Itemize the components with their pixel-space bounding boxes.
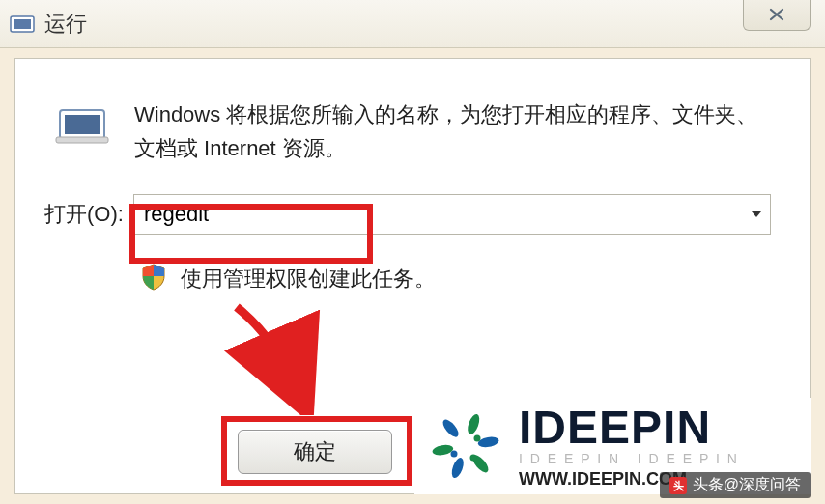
svg-point-10 [441, 417, 462, 439]
close-icon [768, 8, 785, 21]
run-app-icon [10, 14, 35, 35]
brand-name: IDEEPIN [519, 404, 739, 452]
svg-point-6 [477, 435, 499, 449]
svg-rect-3 [65, 115, 100, 134]
window-title: 运行 [44, 10, 87, 39]
svg-point-12 [451, 451, 458, 458]
toutiao-icon: 头 [669, 477, 687, 494]
open-combobox[interactable] [133, 194, 771, 235]
svg-point-13 [470, 455, 477, 462]
ideepin-logo-icon [424, 405, 507, 488]
svg-rect-4 [56, 137, 108, 143]
open-input[interactable] [133, 194, 771, 235]
svg-point-5 [466, 412, 482, 435]
brand-sub: I D E E P I N I D E E P I N [519, 452, 739, 466]
open-label: 打开(O): [44, 200, 124, 229]
run-dialog-icon [54, 102, 110, 165]
svg-point-11 [474, 435, 481, 442]
title-bar: 运行 [0, 0, 825, 48]
svg-text:头: 头 [672, 480, 683, 491]
svg-point-8 [449, 457, 466, 480]
ok-button[interactable]: 确定 [238, 430, 392, 474]
dialog-description: Windows 将根据您所输入的名称，为您打开相应的程序、文件夹、文档或 Int… [134, 98, 771, 165]
shield-icon [141, 264, 166, 294]
svg-rect-1 [14, 19, 31, 29]
svg-point-9 [432, 443, 454, 457]
admin-note: 使用管理权限创建此任务。 [181, 265, 436, 294]
close-button[interactable] [743, 0, 811, 31]
source-badge: 头 头条@深度问答 [660, 472, 811, 498]
